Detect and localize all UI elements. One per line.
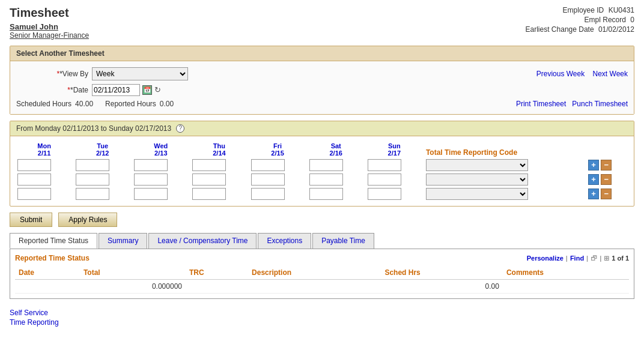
tab-exceptions[interactable]: Exceptions	[258, 233, 311, 249]
page-info: 1 of 1	[612, 255, 629, 262]
employee-id-value: KU0431	[609, 6, 634, 14]
row-sched-hrs: 0.00	[381, 280, 503, 294]
time-cell-sun-3[interactable]	[368, 188, 401, 200]
table-row: + −	[15, 187, 629, 201]
time-cell-sun-2[interactable]	[368, 174, 401, 186]
row-date	[15, 280, 80, 294]
view-icon[interactable]: 🗗	[591, 255, 597, 262]
time-cell-sat-3[interactable]	[309, 188, 343, 200]
col-date-header: Date	[15, 266, 80, 280]
earliest-change-label: Earliest Change Date	[526, 25, 594, 34]
col-comments-header: Comments	[503, 266, 629, 280]
select-timesheet-panel: Select Another Timesheet **View By Week …	[10, 46, 634, 115]
next-week-link[interactable]: Next Week	[593, 70, 628, 78]
apply-rules-button[interactable]: Apply Rules	[58, 213, 117, 227]
time-cell-sat-1[interactable]	[309, 159, 343, 171]
timesheet-grid-panel: From Monday 02/11/2013 to Sunday 02/17/2…	[10, 121, 634, 207]
row-comments	[503, 280, 629, 294]
time-cell-wed-2[interactable]	[134, 174, 168, 186]
trc-select-2[interactable]	[426, 174, 528, 186]
add-row-1-button[interactable]: +	[588, 160, 599, 170]
remove-row-1-button[interactable]: −	[601, 160, 612, 170]
earliest-change-value: 01/02/2012	[598, 25, 634, 34]
col-total-header: Total	[80, 266, 186, 280]
separator-2: |	[586, 255, 588, 262]
col-mon: Mon2/11	[15, 141, 73, 158]
timesheet-period-header: From Monday 02/11/2013 to Sunday 02/17/2…	[10, 121, 634, 136]
trc-select-1[interactable]	[426, 159, 528, 171]
refresh-icon[interactable]: ↻	[154, 85, 164, 95]
page-title: Timesheet	[10, 6, 89, 20]
reported-hours-label: Reported Hours	[105, 100, 156, 108]
tab-leave-compensatory[interactable]: Leave / Compensatory Time	[148, 233, 257, 249]
time-cell-mon-1[interactable]	[17, 159, 51, 171]
date-input[interactable]	[92, 84, 140, 96]
employee-meta: Employee ID KU0431 Empl Record 0 Earlies…	[526, 6, 634, 35]
punch-timesheet-link[interactable]: Punch Timesheet	[572, 100, 628, 108]
empl-record-label: Empl Record	[585, 16, 626, 24]
col-trc: Total Time Reporting Code	[424, 141, 586, 158]
trc-select-3[interactable]	[426, 188, 528, 200]
col-fri: Fri2/15	[249, 141, 307, 158]
time-cell-thu-1[interactable]	[192, 159, 226, 171]
tab-payable-time[interactable]: Payable Time	[312, 233, 374, 249]
col-sat: Sat2/16	[307, 141, 365, 158]
col-thu: Thu2/14	[190, 141, 248, 158]
tabs-bar: Reported Time Status Summary Leave / Com…	[10, 233, 634, 249]
time-cell-tue-2[interactable]	[76, 174, 109, 186]
submit-button[interactable]: Submit	[10, 213, 52, 227]
separator-3: |	[600, 255, 601, 262]
add-row-2-button[interactable]: +	[588, 174, 599, 185]
time-cell-thu-3[interactable]	[192, 188, 226, 200]
week-nav: Previous Week Next Week	[530, 70, 628, 78]
tab-content: Reported Time Status Personalize | Find …	[10, 249, 634, 299]
section-tools: Personalize | Find | 🗗 | ⊞ 1 of 1	[527, 255, 629, 262]
time-cell-sun-1[interactable]	[368, 159, 401, 171]
time-cell-mon-2[interactable]	[17, 174, 51, 186]
calendar-icon[interactable]: 📅	[142, 85, 152, 95]
employee-title: Senior Manager-Finance	[10, 31, 89, 40]
view-by-select[interactable]: Week Day Month	[92, 67, 188, 80]
time-cell-sat-2[interactable]	[309, 174, 343, 186]
tab-summary[interactable]: Summary	[99, 233, 147, 249]
tab-reported-time-status[interactable]: Reported Time Status	[10, 233, 97, 249]
view-by-label: **View By	[16, 70, 88, 78]
time-cell-mon-3[interactable]	[17, 188, 51, 200]
col-wed: Wed2/13	[132, 141, 190, 158]
row-total: 0.000000	[80, 280, 186, 294]
time-cell-thu-2[interactable]	[192, 174, 226, 186]
reported-time-status-title: Reported Time Status	[15, 254, 90, 262]
time-cell-fri-2[interactable]	[251, 174, 285, 186]
time-cell-fri-1[interactable]	[251, 159, 285, 171]
time-cell-fri-3[interactable]	[251, 188, 285, 200]
employee-name: Samuel John	[10, 22, 89, 31]
remove-row-2-button[interactable]: −	[601, 174, 612, 185]
grid-icon[interactable]: ⊞	[604, 255, 609, 262]
time-cell-wed-1[interactable]	[134, 159, 168, 171]
reported-time-table: Date Total TRC Description Sched Hrs Com…	[15, 266, 629, 294]
self-service-link[interactable]: Self Service	[10, 309, 634, 317]
row-trc	[186, 280, 248, 294]
table-row: 0.000000 0.00	[15, 280, 629, 294]
scheduled-hours-value: 40.00	[75, 100, 93, 108]
personalize-link[interactable]: Personalize	[527, 255, 564, 262]
time-cell-tue-3[interactable]	[76, 188, 109, 200]
time-cell-tue-1[interactable]	[76, 159, 109, 171]
find-link[interactable]: Find	[570, 255, 584, 262]
scheduled-hours-label: Scheduled Hours	[16, 100, 71, 108]
col-tue: Tue2/12	[73, 141, 132, 158]
col-sched-hrs-header: Sched Hrs	[381, 266, 503, 280]
col-description-header: Description	[248, 266, 381, 280]
date-label: **Date	[16, 86, 88, 94]
time-cell-wed-3[interactable]	[134, 188, 168, 200]
time-reporting-link[interactable]: Time Reporting	[10, 318, 634, 327]
add-row-3-button[interactable]: +	[588, 189, 599, 199]
print-timesheet-link[interactable]: Print Timesheet	[516, 100, 566, 108]
prev-week-link[interactable]: Previous Week	[536, 70, 585, 78]
table-row: + −	[15, 158, 629, 172]
remove-row-3-button[interactable]: −	[601, 189, 612, 199]
footer-links: Self Service Time Reporting	[10, 309, 634, 327]
help-icon[interactable]: ?	[176, 124, 184, 133]
select-timesheet-header: Select Another Timesheet	[10, 46, 634, 61]
table-row: + −	[15, 172, 629, 187]
